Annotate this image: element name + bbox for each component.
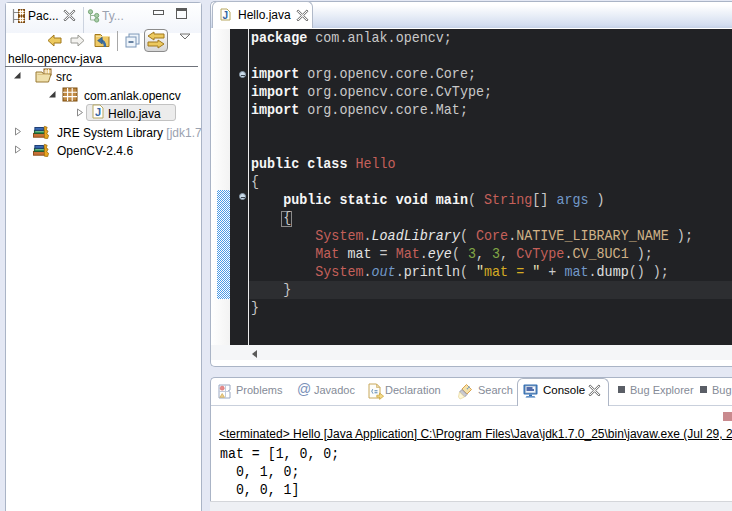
svg-text:J: J <box>223 10 229 21</box>
svg-text:J: J <box>95 106 101 118</box>
